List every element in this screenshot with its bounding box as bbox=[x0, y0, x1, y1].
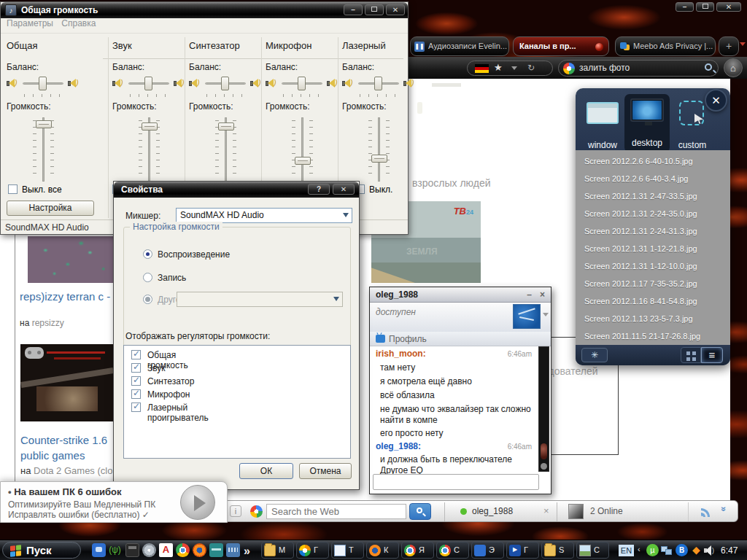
help-button[interactable]: ? bbox=[308, 184, 330, 195]
quicklaunch-messenger-icon[interactable] bbox=[92, 543, 106, 557]
settings-gear-button[interactable]: ✳ bbox=[581, 348, 608, 362]
chat-tab-close-icon[interactable]: × bbox=[543, 505, 549, 516]
file-item[interactable]: Screen 2012.2.6 6-40-10.5.jpg bbox=[584, 152, 723, 170]
antivirus-tray-icon[interactable]: ◆ bbox=[690, 544, 703, 556]
tray-collapse-icon[interactable]: ‹ bbox=[638, 545, 640, 553]
file-item[interactable]: Screen 2012.1.17 7-35-35.2.jpg bbox=[584, 275, 723, 292]
chat-scrollbar[interactable] bbox=[538, 346, 549, 472]
history-dropdown-icon[interactable] bbox=[511, 66, 517, 70]
mute-all-checkbox[interactable] bbox=[8, 184, 18, 194]
quicklaunch-more-icon[interactable]: » bbox=[244, 545, 250, 558]
volume-thumb[interactable] bbox=[295, 157, 311, 165]
profile-bar[interactable]: Профиль bbox=[370, 332, 551, 346]
sender-name[interactable]: irish_moon: bbox=[376, 349, 426, 359]
browser-restore-button[interactable] bbox=[696, 2, 714, 12]
new-tab-button[interactable]: + bbox=[719, 36, 739, 56]
balance-thumb[interactable] bbox=[221, 77, 229, 90]
file-item[interactable]: Screen 2012.1.13 23-5-7.3.jpg bbox=[584, 310, 723, 327]
taskbar-task-notes[interactable]: Т bbox=[331, 542, 364, 559]
volume-thumb[interactable] bbox=[142, 122, 158, 131]
volume-slider[interactable] bbox=[293, 117, 312, 183]
search-query-text[interactable]: залить фото bbox=[579, 63, 630, 73]
network-tray-icon[interactable] bbox=[661, 544, 673, 556]
utorrent-tray-icon[interactable]: µ bbox=[646, 544, 659, 556]
taskbar-task-chrome2[interactable]: С bbox=[436, 542, 469, 559]
file-item[interactable]: Screen 2012.1.16 8-41-54.8.jpg bbox=[584, 292, 723, 310]
quicklaunch-firefox-icon[interactable] bbox=[193, 543, 206, 557]
checkbox-cd[interactable]: ✓ bbox=[131, 402, 141, 412]
web-search-button[interactable] bbox=[409, 503, 431, 520]
checkbox-wave[interactable]: ✓ bbox=[131, 363, 141, 373]
taskbar-task-folder2[interactable]: S bbox=[541, 542, 574, 559]
ad-play-button[interactable] bbox=[180, 485, 215, 520]
volume-thumb[interactable] bbox=[218, 122, 234, 131]
balance-thumb[interactable] bbox=[374, 77, 382, 90]
clock[interactable]: 6:47 bbox=[721, 545, 738, 556]
file-item[interactable]: Screen 2012.1.31 1-12-21.8.jpg bbox=[584, 240, 723, 257]
tab-meebo-ads[interactable]: Meebo Ads Privacy |... bbox=[615, 36, 716, 56]
tab-audio-recordings[interactable]: ❚❚ Аудиозаписи Evelin... bbox=[410, 36, 509, 56]
tab-audio-indicator-icon[interactable] bbox=[595, 43, 603, 51]
scrollbar-thumb[interactable] bbox=[541, 443, 547, 459]
chat-close-button[interactable]: × bbox=[540, 287, 545, 303]
dialog-close-button[interactable]: ✕ bbox=[333, 184, 355, 195]
mode-window-button[interactable]: window bbox=[584, 99, 622, 150]
balance-thumb[interactable] bbox=[39, 77, 47, 90]
video-link-repsizzy[interactable]: reps)izzy terran c - bbox=[20, 290, 110, 303]
volume-slider[interactable] bbox=[140, 117, 159, 183]
taskbar-task-photo[interactable]: С bbox=[576, 542, 609, 559]
file-item[interactable]: Screen 2012.1.31 1-12-10.0.jpg bbox=[584, 257, 723, 275]
menu-help[interactable]: Справка bbox=[61, 18, 96, 28]
minimize-button[interactable]: – bbox=[344, 4, 363, 15]
volume-thumb[interactable] bbox=[36, 120, 52, 128]
checkbox-master[interactable]: ✓ bbox=[131, 350, 141, 359]
mode-desktop-button[interactable]: desktop bbox=[624, 94, 670, 152]
file-item[interactable]: Screen 2012.1.31 2-24-35.0.jpg bbox=[584, 205, 723, 222]
quicklaunch-adobe-icon[interactable]: A bbox=[159, 543, 173, 557]
web-search-input[interactable] bbox=[266, 504, 406, 519]
panel-close-button[interactable]: ✕ bbox=[705, 89, 727, 112]
taskbar-task-wmp2[interactable]: ▶Г bbox=[506, 542, 539, 559]
menu-options[interactable]: Параметры bbox=[7, 18, 53, 28]
cancel-button[interactable]: Отмена bbox=[299, 463, 352, 479]
refresh-icon[interactable]: ↻ bbox=[527, 63, 535, 73]
video-thumbnail-starcraft[interactable] bbox=[28, 236, 117, 283]
file-item[interactable]: Screen 2011.11.5 21-17-26.8.jpg bbox=[584, 327, 723, 345]
volume-tray-icon[interactable]: ) bbox=[703, 544, 716, 556]
file-item[interactable]: Screen 2012.1.31 2-24-31.3.jpg bbox=[584, 222, 723, 240]
online-tab[interactable]: 2 Online bbox=[590, 506, 623, 516]
taskbar-task-firefox[interactable]: К bbox=[366, 542, 399, 559]
playback-radio[interactable] bbox=[143, 249, 152, 259]
balance-thumb[interactable] bbox=[298, 77, 306, 90]
quicklaunch-device-icon[interactable] bbox=[125, 543, 139, 557]
other-radio[interactable] bbox=[143, 295, 152, 304]
taskbar-task-messenger[interactable]: Э bbox=[471, 542, 504, 559]
volume-slider[interactable] bbox=[217, 117, 236, 183]
chat-input[interactable] bbox=[373, 474, 539, 490]
search-pill[interactable]: залить фото bbox=[558, 60, 719, 77]
taskbar-task-chrome1[interactable]: Я bbox=[401, 542, 434, 559]
mixer-titlebar[interactable]: ♪ Общая громкость – ✕ bbox=[1, 2, 408, 18]
video-link-cs-line2[interactable]: public games bbox=[20, 449, 85, 462]
settings-button[interactable]: Настройка bbox=[7, 201, 94, 216]
balance-thumb[interactable] bbox=[144, 77, 152, 90]
dialog-titlebar[interactable]: Свойства ? ✕ bbox=[114, 182, 359, 198]
search-magnifier-icon[interactable] bbox=[705, 63, 712, 71]
home-button[interactable]: ⌂ bbox=[724, 58, 743, 77]
close-button[interactable]: ✕ bbox=[386, 4, 405, 15]
bookmark-star-icon[interactable]: ★ bbox=[494, 62, 503, 73]
file-item[interactable]: Screen 2012.1.31 2-47-33.5.jpg bbox=[584, 187, 723, 205]
maximize-button[interactable] bbox=[365, 4, 384, 15]
other-select[interactable] bbox=[177, 292, 343, 307]
chat-tab[interactable]: oleg_1988 bbox=[472, 506, 513, 516]
scroll-down-button[interactable] bbox=[541, 463, 547, 470]
grid-view-button[interactable] bbox=[681, 347, 701, 363]
quicklaunch-chrome-icon[interactable] bbox=[176, 543, 190, 557]
bluetooth-tray-icon[interactable]: B bbox=[676, 544, 688, 556]
checkbox-synth[interactable]: ✓ bbox=[131, 376, 141, 386]
taskbar-task-folder1[interactable]: М bbox=[261, 542, 294, 559]
volume-slider[interactable] bbox=[34, 117, 53, 183]
language-indicator[interactable]: EN bbox=[619, 545, 634, 556]
chat-minimize-button[interactable]: – bbox=[527, 287, 532, 303]
collapse-chevrons-icon[interactable]: » bbox=[719, 507, 729, 512]
